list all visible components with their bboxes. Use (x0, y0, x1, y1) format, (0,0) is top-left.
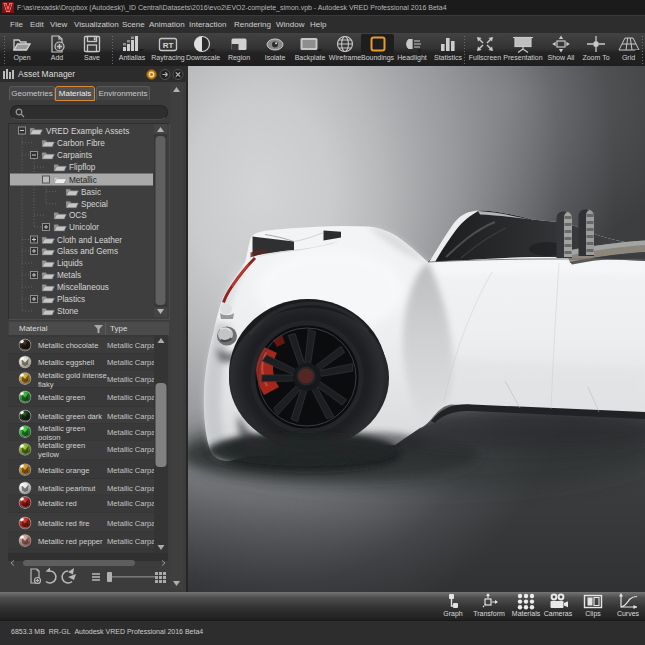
svg-text:Special: Special (81, 200, 108, 209)
svg-text:yellow: yellow (38, 450, 60, 459)
svg-text:Metallic chocolate: Metallic chocolate (38, 341, 98, 350)
svg-text:Metallic Carpai: Metallic Carpai (107, 466, 158, 475)
svg-text:poison: poison (38, 433, 60, 442)
svg-text:Metallic: Metallic (69, 176, 97, 185)
svg-text:Stone: Stone (57, 307, 79, 316)
svg-text:Metals: Metals (57, 271, 81, 280)
svg-text:Metallic Carpai: Metallic Carpai (107, 412, 158, 421)
svg-text:flaky: flaky (38, 380, 54, 389)
svg-text:Metallic red pepper: Metallic red pepper (38, 537, 103, 546)
svg-text:Metallic red: Metallic red (38, 499, 77, 508)
svg-text:Metallic green dark: Metallic green dark (38, 412, 102, 421)
svg-text:Metallic Carpai: Metallic Carpai (107, 499, 158, 508)
svg-text:Metallic Carpai: Metallic Carpai (107, 428, 158, 437)
svg-text:Metallic Carpai: Metallic Carpai (107, 537, 158, 546)
svg-text:Metallic Carpai: Metallic Carpai (107, 375, 158, 384)
svg-text:Metallic green: Metallic green (38, 441, 85, 450)
svg-text:Metallic pearlmut: Metallic pearlmut (38, 484, 96, 493)
svg-text:Metallic green: Metallic green (38, 424, 85, 433)
svg-text:Metallic red fire: Metallic red fire (38, 519, 89, 528)
svg-text:Miscellaneous: Miscellaneous (57, 283, 109, 292)
svg-text:Flipflop: Flipflop (69, 163, 96, 172)
svg-text:Carbon Fibre: Carbon Fibre (57, 139, 105, 148)
svg-text:Metallic orange: Metallic orange (38, 466, 90, 475)
svg-text:Basic: Basic (81, 188, 101, 197)
svg-text:Metallic Carpai: Metallic Carpai (107, 393, 158, 402)
svg-text:Metallic eggshell: Metallic eggshell (38, 358, 94, 367)
svg-text:Plastics: Plastics (57, 295, 85, 304)
svg-text:Metallic Carpai: Metallic Carpai (107, 519, 158, 528)
svg-text:Metallic Carpai: Metallic Carpai (107, 484, 158, 493)
svg-text:Metallic green: Metallic green (38, 393, 85, 402)
svg-text:RT: RT (163, 41, 174, 50)
svg-text:Liquids: Liquids (57, 259, 83, 268)
svg-text:Glass and Gems: Glass and Gems (57, 247, 118, 256)
svg-text:Unicolor: Unicolor (69, 223, 99, 232)
svg-text:Metallic gold intense: Metallic gold intense (38, 371, 107, 380)
svg-text:Metallic Carpai: Metallic Carpai (107, 445, 158, 454)
svg-text:Metallic Carpai: Metallic Carpai (107, 358, 158, 367)
svg-text:Metallic Carpai: Metallic Carpai (107, 341, 158, 350)
svg-text:Carpaints: Carpaints (57, 151, 92, 160)
svg-text:OCS: OCS (69, 211, 87, 220)
svg-text:VRED Example Assets: VRED Example Assets (46, 127, 129, 136)
svg-text:Cloth and Leather: Cloth and Leather (57, 236, 122, 245)
